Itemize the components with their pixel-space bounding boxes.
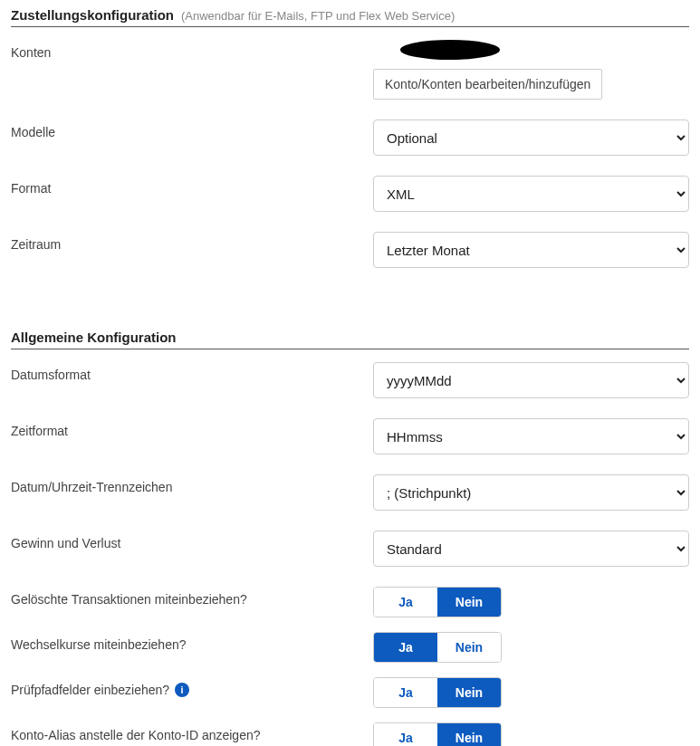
accounts-redacted-value [400,40,500,60]
delivery-section-header: Zustellungskonfiguration (Anwendbar für … [11,7,689,27]
fx-rates-label: Wechselkurse miteinbeziehen? [11,632,373,652]
fx-rates-toggle: Ja Nein [373,632,502,663]
delivery-section-subtitle: (Anwendbar für E-Mails, FTP und Flex Web… [181,9,455,23]
fx-rates-row: Wechselkurse miteinbeziehen? Ja Nein [11,632,689,663]
deleted-tx-label: Gelöschte Transaktionen miteinbeziehen? [11,587,373,607]
time-format-label: Zeitformat [11,418,373,438]
account-alias-yes-button[interactable]: Ja [374,723,437,746]
general-section-header: Allgemeine Konfiguration [11,330,689,349]
format-label: Format [11,176,373,196]
models-label: Modelle [11,120,373,139]
datetime-sep-row: Datum/Uhrzeit-Trennzeichen ; (Strichpunk… [11,474,689,511]
time-format-select[interactable]: HHmmss [373,418,689,454]
datetime-sep-select[interactable]: ; (Strichpunkt) [373,474,689,511]
date-format-label: Datumsformat [11,362,373,382]
datetime-sep-label: Datum/Uhrzeit-Trennzeichen [11,474,373,494]
models-row: Modelle Optional [11,120,689,156]
period-label: Zeitraum [11,232,373,252]
pnl-row: Gewinn und Verlust Standard [11,531,689,567]
accounts-label: Konten [11,40,373,60]
deleted-tx-yes-button[interactable]: Ja [374,588,437,617]
info-icon[interactable]: i [175,683,189,697]
period-select[interactable]: Letzter Monat [373,232,689,268]
audit-fields-yes-button[interactable]: Ja [374,678,437,707]
audit-fields-row: Prüfpfadfelder einbeziehen? i Ja Nein [11,677,689,708]
general-section-title: Allgemeine Konfiguration [11,330,177,345]
account-alias-label: Konto-Alias anstelle der Konto-ID anzeig… [11,722,373,742]
fx-rates-yes-button[interactable]: Ja [374,633,437,662]
fx-rates-no-button[interactable]: Nein [437,633,501,662]
time-format-row: Zeitformat HHmmss [11,418,689,454]
deleted-tx-toggle: Ja Nein [373,587,502,617]
deleted-tx-no-button[interactable]: Nein [437,588,501,617]
deleted-tx-row: Gelöschte Transaktionen miteinbeziehen? … [11,587,689,617]
date-format-select[interactable]: yyyyMMdd [373,362,689,398]
account-alias-no-button[interactable]: Nein [437,723,501,746]
format-select[interactable]: XML [373,176,689,212]
audit-fields-label: Prüfpfadfelder einbeziehen? [11,683,169,697]
pnl-label: Gewinn und Verlust [11,531,373,550]
pnl-select[interactable]: Standard [373,531,689,567]
date-format-row: Datumsformat yyyyMMdd [11,362,689,398]
edit-accounts-button[interactable]: Konto/Konten bearbeiten/hinzufügen [373,69,602,100]
account-alias-toggle: Ja Nein [373,722,502,746]
audit-fields-no-button[interactable]: Nein [437,678,501,707]
models-select[interactable]: Optional [373,120,689,156]
period-row: Zeitraum Letzter Monat [11,232,689,268]
account-alias-row: Konto-Alias anstelle der Konto-ID anzeig… [11,722,689,746]
format-row: Format XML [11,176,689,212]
audit-fields-toggle: Ja Nein [373,677,502,708]
delivery-section-title: Zustellungskonfiguration [11,7,174,23]
accounts-row: Konten Konto/Konten bearbeiten/hinzufüge… [11,40,689,100]
